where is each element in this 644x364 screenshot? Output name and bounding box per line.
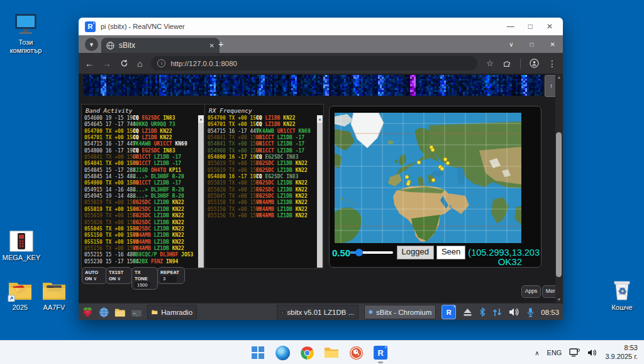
- duckduckgo-icon[interactable]: [348, 344, 364, 361]
- tx-tone-control[interactable]: TX TONE 1500: [131, 267, 158, 290]
- tab-close-icon[interactable]: ✕: [209, 42, 214, 49]
- scrollbar-thumb[interactable]: [556, 132, 562, 277]
- repeat-value[interactable]: 3: [160, 276, 177, 282]
- volume-icon[interactable]: [509, 307, 520, 317]
- rx-frequency-scrollbar[interactable]: ▲: [317, 115, 323, 268]
- tab-search-chevron-button[interactable]: ▼: [85, 38, 98, 51]
- desktop-icon-2025[interactable]: 2025: [1, 279, 39, 312]
- vnc-maximize-button[interactable]: □: [528, 22, 533, 31]
- clock-date[interactable]: 8:53 3.9.2025 г.: [605, 344, 638, 361]
- back-button[interactable]: ←: [85, 59, 94, 68]
- taskbar-window-hamradio[interactable]: Hamradio: [147, 305, 197, 319]
- map-zoom-slider[interactable]: [350, 251, 392, 254]
- decode-row[interactable]: 055150 TX +00 1500VK4AMB LZ1DB KN22: [82, 239, 204, 246]
- web-browser-icon[interactable]: [99, 307, 109, 318]
- desktop-icon-mega-key[interactable]: MEGA_KEY: [1, 230, 42, 262]
- decode-row[interactable]: 055150 TX +00 1500VK4AMB LZ1DB KN22: [205, 200, 323, 206]
- repeat-control[interactable]: REPEAT 3: [157, 267, 185, 284]
- volume-tray-icon[interactable]: [587, 348, 597, 357]
- decode-row[interactable]: 054900 TX +00 1500UR1CCT LZ1DB -17: [205, 148, 323, 154]
- decode-row[interactable]: 055156 TX +00 1500VK4AMB LZ1DB KN22: [82, 246, 204, 252]
- decode-row[interactable]: 054700 TX +00 1500CQ LZ1DB KN22: [82, 128, 204, 135]
- slider-thumb[interactable]: [355, 249, 363, 256]
- band-activity-scrollbar[interactable]: ▲: [198, 115, 204, 268]
- decode-row[interactable]: 054900 TX +00 1500UR1CCT LZ1DB -17: [82, 180, 204, 186]
- start-button[interactable]: [250, 344, 266, 361]
- vnc-server-tray-icon[interactable]: R²: [441, 305, 456, 319]
- tx-tone-value[interactable]: 1500: [135, 282, 150, 288]
- realvnc-taskbar-icon[interactable]: R²: [372, 344, 389, 361]
- decode-row[interactable]: 055150 TX +00 1500VK4AMB LZ1DB KN22: [82, 232, 204, 239]
- decode-row[interactable]: 054800 16 -17 1928CQ EG2SDC IN83: [205, 174, 323, 180]
- taskbar-window-sbitx-app[interactable]: sbitx v5.01 LZ1DB ...: [277, 305, 358, 319]
- decode-row[interactable]: 054845 15 -17 288TJ1GD OH4TQ KP11: [82, 168, 204, 174]
- tray-chevron-icon[interactable]: ∧: [535, 350, 539, 356]
- decode-row[interactable]: 054715 16 -17 447VK4AWB UR1CCT KN69: [82, 141, 204, 147]
- chromium-maximize-button[interactable]: □: [530, 41, 534, 48]
- scroll-down-arrow[interactable]: ▼: [555, 297, 563, 302]
- file-explorer-icon[interactable]: [323, 344, 340, 361]
- apps-button[interactable]: Apps: [521, 285, 541, 298]
- file-manager-icon[interactable]: [114, 307, 126, 317]
- decode-row[interactable]: 054800 16 -17 1928CQ EG2SDC IN83: [205, 154, 323, 161]
- decode-row[interactable]: 054841 TX +00 1500UR1CCT LZ1DB -17: [205, 141, 323, 147]
- decode-row[interactable]: 054945 19 -14 488<...> DL3HBF R-20: [82, 193, 204, 200]
- taskbar-window-chromium[interactable]: sBitx - Chromium: [364, 305, 436, 319]
- decode-row[interactable]: 054841 TX +00 1500UR1CCT LZ1DB -17: [82, 161, 204, 167]
- decode-row[interactable]: 055156 TX +00 1500VK4AMB LZ1DB KN22: [205, 213, 323, 219]
- home-button[interactable]: ⌂: [137, 59, 142, 68]
- decode-row[interactable]: 055019 TX +00 1500EG2SDC LZ1DB KN22: [82, 200, 204, 206]
- decode-row[interactable]: 054700 TX +00 1500CQ LZ1DB KN22: [205, 115, 323, 122]
- decode-row[interactable]: 054841 TX +00 1500UR1CCT LZ1DB -17: [205, 135, 323, 141]
- decode-row[interactable]: 054715 16 -17 447VK4AWB UR1CCT KN69: [205, 128, 323, 135]
- decode-row[interactable]: 055215 15 -16 488UB8CQC/P DL3HBF JO53: [82, 252, 204, 258]
- world-map[interactable]: [335, 113, 521, 243]
- decode-row[interactable]: 054841 TX +00 1500UR1CCT LZ1DB -17: [82, 154, 204, 161]
- edge-icon[interactable]: [274, 344, 291, 361]
- decode-row[interactable]: 054845 14 -15 488<...> DL3HBF R-20: [82, 174, 204, 180]
- decode-row[interactable]: 055045 TX +00 1500EG2SDC LZ1DB KN22: [205, 193, 323, 200]
- decode-row[interactable]: 054600 19 -15 1928CQ EG2SDC IN83: [82, 115, 204, 122]
- terminal-icon[interactable]: >_: [131, 307, 142, 317]
- decode-row[interactable]: 054701 TX +00 1500CQ LZ1DB KN22: [82, 135, 204, 141]
- extensions-icon[interactable]: [502, 59, 511, 68]
- reload-button[interactable]: [120, 59, 128, 67]
- desktop-icon-this-pc[interactable]: Този компютър: [5, 13, 47, 54]
- decode-row[interactable]: 054800 16 -17 1928CQ EG2SDC IN83: [82, 148, 204, 154]
- decode-row[interactable]: 055020 TX +00 1500EG2SDC LZ1DB KN22: [205, 187, 323, 193]
- desktop-icon-aa7fv[interactable]: AA7FV: [35, 279, 73, 312]
- tab-sbitx[interactable]: sBitx ✕: [101, 38, 219, 53]
- language-indicator[interactable]: ENG: [547, 349, 562, 356]
- desktop-icon-recycle-bin[interactable]: ♻ Кошче: [601, 279, 643, 312]
- raspberry-menu-icon[interactable]: [82, 306, 93, 319]
- address-bar[interactable]: i http://127.0.0.1:8080: [151, 56, 477, 71]
- decode-row[interactable]: 055230 15 -17 1504ZL2BX F5NZ IN94: [82, 259, 204, 265]
- waterfall-display[interactable]: [84, 75, 543, 96]
- decode-row[interactable]: 055019 TX +00 1500EG2SDC LZ1DB KN22: [205, 180, 323, 186]
- browser-menu-icon[interactable]: ⋮: [548, 59, 557, 68]
- decode-row[interactable]: 054645 17 -17 744G0KKQ UR9QQ 73: [82, 122, 204, 128]
- network-tray-icon[interactable]: [569, 348, 580, 357]
- logged-button[interactable]: Logged: [397, 246, 434, 259]
- vnc-close-button[interactable]: ✕: [547, 22, 553, 31]
- decode-row[interactable]: 055019 TX +00 1500EG2SDC LZ1DB KN22: [205, 168, 323, 174]
- microphone-icon[interactable]: [527, 307, 534, 317]
- decode-row[interactable]: 055045 TX +00 1500EG2SDC LZ1DB KN22: [82, 226, 204, 232]
- forward-button[interactable]: →: [103, 59, 111, 68]
- bluetooth-icon[interactable]: [479, 307, 486, 317]
- decode-row[interactable]: 055019 TX +00 1500EG2SDC LZ1DB KN22: [82, 207, 204, 213]
- scroll-up-arrow[interactable]: ▲: [555, 75, 563, 79]
- chromium-close-button[interactable]: ✕: [550, 41, 555, 48]
- seen-button[interactable]: Seen: [436, 246, 465, 259]
- vnc-minimize-button[interactable]: —: [507, 22, 514, 31]
- chromium-restore-chevron[interactable]: ∨: [509, 41, 513, 48]
- url-text[interactable]: http://127.0.0.1:8080: [170, 60, 237, 67]
- vnc-titlebar[interactable]: R² pi (sbitx) - RealVNC Viewer — □ ✕: [79, 18, 563, 35]
- decode-row[interactable]: 055019 TX +00 1500EG2SDC LZ1DB KN22: [82, 213, 204, 219]
- profile-icon[interactable]: [530, 59, 539, 68]
- decode-row[interactable]: 055019 TX +00 1500EG2SDC LZ1DB KN22: [205, 161, 323, 167]
- network-arrows-icon[interactable]: [492, 308, 502, 317]
- decode-row[interactable]: 055020 TX +00 1500EG2SDC LZ1DB KN22: [82, 220, 204, 226]
- waterfall-canvas[interactable]: [84, 75, 543, 96]
- decode-row[interactable]: 054915 14 -16 488<...> DL3HBF R-20: [82, 187, 204, 193]
